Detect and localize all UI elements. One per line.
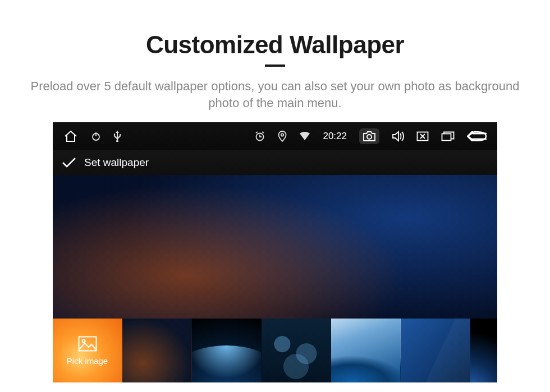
wallpaper-thumb-6[interactable] (470, 319, 497, 382)
location-icon (278, 131, 287, 142)
title-underline (265, 64, 285, 67)
status-bar: 20:22 (53, 122, 497, 150)
pick-image-label: Pick image (67, 356, 108, 366)
power-icon[interactable] (91, 131, 101, 141)
wallpaper-thumb-3[interactable] (262, 319, 331, 382)
back-icon[interactable] (467, 131, 487, 141)
check-icon (62, 157, 76, 168)
usb-icon (113, 131, 121, 142)
wallpaper-thumb-5[interactable] (401, 319, 470, 382)
svg-rect-6 (442, 134, 451, 141)
wallpaper-thumb-2[interactable] (192, 319, 262, 382)
pick-image-button[interactable]: Pick image (53, 319, 122, 382)
wallpaper-thumb-1[interactable] (122, 319, 192, 382)
volume-icon[interactable] (392, 131, 404, 142)
recent-apps-icon[interactable] (441, 131, 455, 141)
alarm-icon (254, 131, 265, 142)
home-icon[interactable] (63, 130, 79, 143)
status-time: 20:22 (323, 131, 347, 142)
page-subtitle: Preload over 5 default wallpaper options… (17, 78, 533, 111)
wallpaper-preview (53, 175, 497, 319)
svg-point-3 (281, 134, 283, 136)
device-screenshot: 20:22 (53, 122, 497, 382)
svg-point-4 (367, 135, 372, 139)
image-icon (78, 336, 97, 352)
camera-icon[interactable] (359, 128, 379, 144)
svg-rect-7 (79, 336, 96, 351)
wallpaper-thumb-4[interactable] (331, 319, 401, 382)
wifi-icon (299, 132, 310, 141)
page-title: Customized Wallpaper (0, 31, 550, 59)
set-wallpaper-row[interactable]: Set wallpaper (53, 150, 497, 175)
set-wallpaper-label: Set wallpaper (84, 156, 149, 169)
close-window-icon[interactable] (416, 131, 429, 141)
wallpaper-thumbnail-strip[interactable]: Pick image (53, 319, 497, 382)
svg-point-8 (82, 339, 85, 342)
